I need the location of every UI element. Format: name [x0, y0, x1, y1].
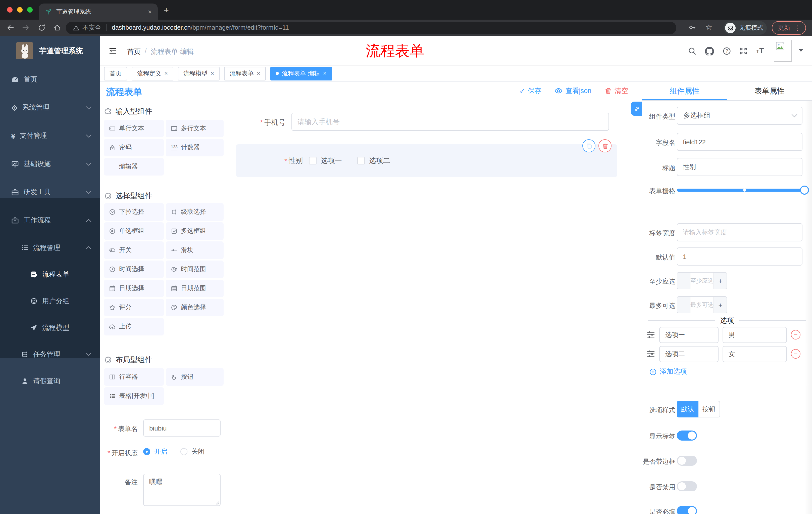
disabled-toggle-off[interactable]: [677, 481, 697, 491]
palette-item-counter[interactable]: 123计数器: [166, 139, 224, 156]
border-toggle-off[interactable]: [677, 456, 697, 466]
palette-item-rate[interactable]: 评分: [104, 299, 164, 316]
reload-icon[interactable]: [38, 24, 46, 32]
browser-menu-icon[interactable]: ⋮: [794, 24, 801, 32]
sidebar-item-workflow[interactable]: 工作流程: [0, 206, 100, 234]
palette-item-upload[interactable]: 上传: [104, 318, 164, 335]
form-name-input[interactable]: [143, 420, 221, 437]
sidebar-item-process-form[interactable]: 流程表单: [0, 261, 100, 288]
sidebar-item-payment[interactable]: ¥ 支付管理: [0, 122, 100, 150]
sidebar-item-user-groups[interactable]: 用户分组: [0, 288, 100, 314]
selected-component-gender[interactable]: *性别 选项一 选项二: [236, 144, 617, 177]
palette-item-cascader[interactable]: 级联选择: [166, 203, 224, 221]
option-drag-handle[interactable]: [646, 330, 655, 339]
show-label-toggle-on[interactable]: [677, 431, 697, 440]
window-zoom-button[interactable]: [27, 7, 33, 12]
add-option-button[interactable]: 添加选项: [649, 367, 687, 376]
tag-process-definition[interactable]: 流程定义×: [132, 66, 173, 80]
label-width-field[interactable]: [677, 223, 803, 241]
checkbox-option2-label[interactable]: 选项二: [369, 156, 390, 165]
tag-close-icon[interactable]: ×: [210, 71, 214, 77]
forward-icon[interactable]: [22, 24, 30, 32]
checkbox-option2[interactable]: [357, 157, 365, 164]
field-name-field[interactable]: [677, 133, 803, 151]
home-icon[interactable]: [53, 24, 61, 32]
palette-item-editor[interactable]: 编辑器: [104, 158, 164, 175]
tab-component-props[interactable]: 组件属性: [642, 81, 727, 101]
avatar-broken-image[interactable]: [774, 40, 792, 62]
tab-close-icon[interactable]: ×: [148, 8, 152, 15]
title-input[interactable]: [677, 158, 803, 176]
grid-slider-track[interactable]: [677, 189, 805, 192]
checkbox-option1-label[interactable]: 选项一: [321, 156, 342, 165]
option2-label-input[interactable]: [659, 346, 719, 362]
palette-item-date-picker[interactable]: 日期选择: [104, 280, 164, 297]
option1-value-field[interactable]: [723, 327, 787, 343]
increase-button[interactable]: +: [714, 297, 727, 313]
radio-on-label[interactable]: 开启: [154, 447, 167, 456]
option-drag-handle[interactable]: [646, 350, 655, 358]
save-button[interactable]: ✓ 保存: [519, 86, 541, 95]
help-icon[interactable]: ?: [723, 47, 731, 55]
palette-item-table[interactable]: 表格[开发中]: [104, 387, 164, 405]
palette-item-checkbox-group[interactable]: 多选框组: [166, 222, 224, 240]
search-icon[interactable]: [688, 47, 696, 55]
sidebar-collapse-icon[interactable]: [109, 47, 117, 55]
palette-item-radio-group[interactable]: 单选框组: [104, 222, 164, 240]
delete-component-button[interactable]: [599, 139, 611, 153]
remove-option1-button[interactable]: −: [791, 330, 801, 340]
tag-home[interactable]: 首页: [104, 66, 127, 80]
palette-item-select[interactable]: 下拉选择: [104, 203, 164, 221]
increase-button[interactable]: +: [714, 273, 727, 289]
sidebar-item-infra[interactable]: 基础设施: [0, 150, 100, 178]
bookmark-star-icon[interactable]: ☆: [705, 23, 712, 32]
tag-close-icon[interactable]: ×: [164, 71, 168, 77]
title-field[interactable]: [677, 158, 803, 176]
tab-form-props[interactable]: 表单属性: [727, 81, 812, 101]
fullscreen-icon[interactable]: [739, 47, 748, 55]
form-remark-textarea[interactable]: 嘿嘿: [143, 474, 221, 506]
security-warning-icon[interactable]: [73, 24, 79, 31]
view-json-button[interactable]: 查看json: [554, 86, 591, 95]
duplicate-component-button[interactable]: [582, 139, 596, 153]
style-default-button[interactable]: 默认: [677, 401, 698, 417]
label-width-input[interactable]: [677, 223, 803, 241]
key-icon[interactable]: [688, 24, 696, 31]
radio-off[interactable]: [180, 448, 187, 455]
palette-item-time-range[interactable]: 时间范围: [166, 261, 224, 278]
option1-label-input[interactable]: [659, 327, 719, 343]
radio-on-selected[interactable]: [143, 448, 150, 455]
sidebar-item-leave-query[interactable]: 请假查询: [0, 368, 100, 394]
sidebar-item-system[interactable]: ⚙ 系统管理: [0, 93, 100, 122]
default-value-field[interactable]: [677, 247, 803, 266]
font-size-icon[interactable]: TT: [756, 46, 764, 55]
tag-process-form[interactable]: 流程表单×: [224, 66, 266, 80]
sidebar-item-devtools[interactable]: 研发工具: [0, 178, 100, 206]
option2-value-input[interactable]: [723, 346, 787, 362]
tag-process-form-edit[interactable]: 流程表单-编辑×: [270, 66, 332, 80]
decrease-button[interactable]: −: [677, 273, 690, 289]
option2-label-field[interactable]: [659, 346, 719, 362]
palette-item-textarea[interactable]: 多行文本: [166, 120, 224, 137]
option1-value-input[interactable]: [723, 327, 787, 343]
tag-process-model[interactable]: 流程模型×: [178, 66, 220, 80]
palette-item-time-picker[interactable]: 时间选择: [104, 261, 164, 278]
new-tab-button[interactable]: +: [164, 6, 169, 15]
decrease-button[interactable]: −: [677, 297, 690, 313]
tag-close-icon[interactable]: ×: [257, 71, 260, 77]
avatar-caret-icon[interactable]: [799, 49, 804, 52]
option1-label-field[interactable]: [659, 327, 719, 343]
back-icon[interactable]: [6, 24, 14, 32]
sidebar-item-process-mgmt[interactable]: 流程管理: [0, 234, 100, 261]
palette-item-button[interactable]: 按钮: [166, 368, 224, 386]
window-close-button[interactable]: [7, 7, 12, 12]
palette-item-row-container[interactable]: 行容器: [104, 368, 164, 386]
palette-item-password[interactable]: 密码: [104, 139, 164, 156]
component-type-select[interactable]: 多选框组: [677, 107, 803, 125]
phone-field[interactable]: [291, 113, 609, 131]
palette-item-single-text[interactable]: 单行文本: [104, 120, 164, 137]
required-toggle-on[interactable]: [677, 506, 697, 514]
palette-item-date-range[interactable]: 日期范围: [166, 280, 224, 297]
update-button[interactable]: 更新 ⋮: [772, 21, 806, 35]
browser-tab[interactable]: 芋道管理系统 ×: [39, 3, 158, 20]
